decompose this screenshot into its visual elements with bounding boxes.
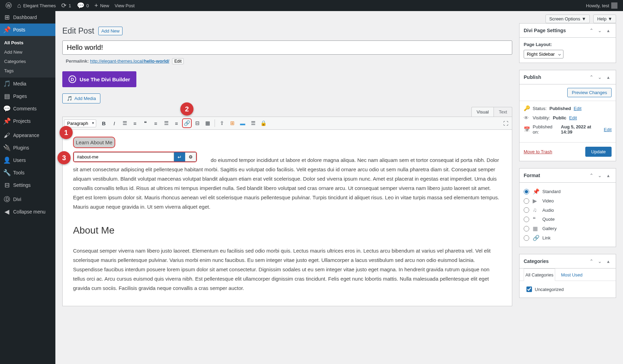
divi-builder-button[interactable]: D Use The Divi Builder xyxy=(62,71,136,87)
my-account[interactable]: Howdy, test xyxy=(583,0,620,11)
format-select[interactable]: Paragraph xyxy=(64,119,96,127)
text-button[interactable]: ☰ xyxy=(248,118,258,128)
editor-body[interactable]: Learn About Me ↵ ⚙ Lorem ipsum dolor sit… xyxy=(62,130,512,306)
updates[interactable]: ⟳1 xyxy=(58,0,74,11)
radio-video[interactable] xyxy=(524,198,529,204)
move-up-icon[interactable]: ⌃ xyxy=(588,258,595,265)
site-name[interactable]: ⌂Elegant Themes xyxy=(15,0,58,11)
read-more-button[interactable]: ⊟ xyxy=(192,118,202,128)
category-uncategorized[interactable]: Uncategorized xyxy=(524,285,612,293)
video-icon: ▶ xyxy=(533,198,539,204)
site-name-label: Elegant Themes xyxy=(23,3,56,8)
move-down-icon[interactable]: ⌄ xyxy=(596,258,603,265)
refresh-icon: ⟳ xyxy=(61,2,66,9)
page-icon: ▤ xyxy=(3,93,10,100)
align-left-button[interactable]: ≡ xyxy=(151,118,161,128)
move-up-icon[interactable]: ⌃ xyxy=(588,74,595,81)
format-audio[interactable]: ♫Audio xyxy=(524,206,612,215)
menu-posts[interactable]: 📌Posts xyxy=(0,24,55,36)
fullscreen-button[interactable]: ⛶ xyxy=(501,118,511,128)
format-link[interactable]: 🔗Link xyxy=(524,233,612,243)
screen-options-button[interactable]: Screen Options ▼ xyxy=(545,15,590,23)
radio-quote[interactable] xyxy=(524,217,529,222)
checkbox-uncategorized[interactable] xyxy=(526,286,532,292)
menu-dashboard[interactable]: ⊞Dashboard xyxy=(0,11,55,24)
menu-plugins[interactable]: 🔌Plugins xyxy=(0,142,55,154)
add-new-button[interactable]: Add New xyxy=(98,27,123,35)
toggle-icon[interactable]: ▴ xyxy=(605,27,612,34)
wp-logo[interactable]: ⓦ xyxy=(3,0,15,11)
format-gallery[interactable]: ▦Gallery xyxy=(524,224,612,233)
submenu-add-new[interactable]: Add New xyxy=(0,47,55,57)
submenu-tags[interactable]: Tags xyxy=(0,66,55,75)
menu-media[interactable]: 🎵Media xyxy=(0,78,55,90)
format-quote[interactable]: ❝Quote xyxy=(524,215,612,224)
toolbar-toggle-button[interactable]: ▦ xyxy=(203,118,213,128)
edit-status-link[interactable]: Edit xyxy=(574,106,581,111)
edit-date-link[interactable]: Edit xyxy=(604,127,612,132)
toggle-icon[interactable]: ▴ xyxy=(605,74,612,81)
permalink-edit-button[interactable]: Edit xyxy=(172,58,184,64)
lock-button[interactable]: 🔒 xyxy=(259,118,268,128)
format-label: Audio xyxy=(542,208,554,213)
radio-standard[interactable] xyxy=(524,189,529,194)
edit-visibility-link[interactable]: Edit xyxy=(569,115,577,120)
radio-audio[interactable] xyxy=(524,207,529,213)
howdy-label: Howdy, test xyxy=(586,3,609,8)
pin-icon: 📌 xyxy=(3,118,10,125)
new-content[interactable]: +New xyxy=(92,0,112,11)
categories-box: Categories ⌃ ⌄ ▴ All Categories Most Use… xyxy=(519,254,616,298)
move-up-icon[interactable]: ⌃ xyxy=(588,27,595,34)
button-label: Help xyxy=(597,16,606,21)
menu-tools[interactable]: 🔧Tools xyxy=(0,166,55,179)
update-button[interactable]: Update xyxy=(585,147,612,157)
add-media-button[interactable]: 🎵 Add Media xyxy=(62,93,100,103)
tab-most-used[interactable]: Most Used xyxy=(559,269,584,281)
preview-changes-button[interactable]: Preview Changes xyxy=(567,88,612,97)
format-video[interactable]: ▶Video xyxy=(524,196,612,206)
menu-collapse[interactable]: ◀Collapse menu xyxy=(0,206,55,218)
post-title-input[interactable] xyxy=(62,40,512,55)
bold-button[interactable]: B xyxy=(99,118,109,128)
brush-icon: 🖌 xyxy=(3,132,10,139)
menu-divi[interactable]: ⒹDivi xyxy=(0,193,55,206)
menu-projects[interactable]: 📌Projects xyxy=(0,115,55,127)
insert-module-button[interactable]: ⇪ xyxy=(217,118,227,128)
menu-settings[interactable]: ⊟Settings xyxy=(0,179,55,191)
menu-pages[interactable]: ▤Pages xyxy=(0,90,55,102)
color-blocks-button[interactable]: ⊞ xyxy=(227,118,237,128)
move-down-icon[interactable]: ⌄ xyxy=(596,74,603,81)
move-down-icon[interactable]: ⌄ xyxy=(596,27,603,34)
blockquote-button[interactable]: ❝ xyxy=(141,118,150,128)
tab-visual[interactable]: Visual xyxy=(471,107,494,117)
toggle-icon[interactable]: ▴ xyxy=(605,258,612,265)
menu-users[interactable]: 👤Users xyxy=(0,154,55,166)
radio-gallery[interactable] xyxy=(524,226,529,231)
move-to-trash-link[interactable]: Move to Trash xyxy=(524,149,552,154)
toggle-icon[interactable]: ▴ xyxy=(605,172,612,179)
link-button[interactable]: 🔗 xyxy=(182,118,192,128)
page-title: Edit Post xyxy=(62,23,94,37)
menu-appearance[interactable]: 🖌Appearance xyxy=(0,129,55,142)
selected-link-text[interactable]: Learn About Me xyxy=(73,137,115,148)
permalink-link[interactable]: http://elegant-themes.local/hello-world/ xyxy=(90,58,169,64)
submenu-categories[interactable]: Categories xyxy=(0,57,55,66)
format-standard[interactable]: 📌Standard xyxy=(524,187,612,196)
tab-text[interactable]: Text xyxy=(494,107,512,117)
radio-link[interactable] xyxy=(524,235,529,241)
move-up-icon[interactable]: ⌃ xyxy=(588,172,595,179)
menu-comments[interactable]: 💬Comments xyxy=(0,102,55,115)
align-right-button[interactable]: ≡ xyxy=(172,118,181,128)
help-button[interactable]: Help ▼ xyxy=(593,15,616,23)
page-layout-select[interactable]: Right Sidebar xyxy=(524,50,563,58)
move-down-icon[interactable]: ⌄ xyxy=(596,172,603,179)
submenu-all-posts[interactable]: All Posts xyxy=(0,38,55,47)
highlight-button[interactable]: ▬ xyxy=(238,118,247,128)
bullet-list-button[interactable]: ☰ xyxy=(120,118,129,128)
align-center-button[interactable]: ☰ xyxy=(161,118,171,128)
tab-all-categories[interactable]: All Categories xyxy=(524,269,555,281)
italic-button[interactable]: I xyxy=(109,118,119,128)
numbered-list-button[interactable]: ≡ xyxy=(130,118,140,128)
comments[interactable]: 💬0 xyxy=(74,0,92,11)
view-post[interactable]: View Post xyxy=(112,0,137,11)
